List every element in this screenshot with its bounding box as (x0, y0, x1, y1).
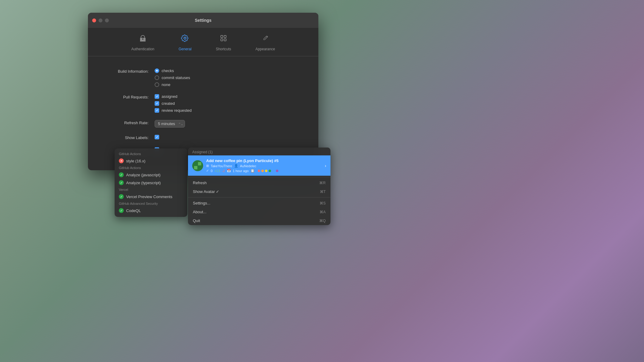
checkbox-review-requested-btn[interactable] (155, 108, 159, 113)
tab-general-label: General (179, 47, 192, 51)
radio-checks[interactable]: checks (155, 68, 190, 73)
pr-time: 1 hour ago (233, 169, 249, 173)
avatar-cell-2 (198, 162, 201, 165)
checkbox-created-btn[interactable] (155, 101, 159, 106)
pr-title: Add new coffee pin (Lyon Particule) #5 (206, 158, 322, 163)
pr-author-icon: 👤 (234, 164, 238, 168)
checkbox-created-label: created (162, 101, 175, 106)
tab-general[interactable]: General (166, 34, 204, 56)
pr-card[interactable]: Add new coffee pin (Lyon Particule) #5 ⊞… (188, 155, 330, 176)
menu-divider-1 (188, 177, 330, 177)
radio-commit-statuses[interactable]: commit statuses (155, 75, 190, 80)
show-labels-checkbox[interactable] (155, 135, 159, 139)
close-button[interactable] (92, 18, 96, 22)
pr-repo: TakeYouThere (211, 164, 232, 168)
pr-checks: 0 (211, 169, 213, 173)
menu-item-refresh-label: Refresh (193, 181, 207, 185)
tab-authentication[interactable]: Authentication (119, 34, 166, 56)
tab-shortcuts-label: Shortcuts (216, 47, 231, 51)
menu-item-quit-shortcut: ⌘Q (319, 219, 326, 223)
success-icon-3: ✓ (119, 194, 124, 199)
pr-meta: ⊞ TakeYouThere 👤 AuNedelec (206, 164, 322, 168)
menu-item-settings[interactable]: Settings... ⌘S (188, 199, 330, 208)
checkbox-created[interactable]: created (155, 101, 192, 106)
pull-requests-row: Pull Requests: assigned created review r… (106, 94, 300, 113)
menu-item-style[interactable]: ✕ style (16.x) (115, 157, 187, 165)
build-information-label: Build Information: (106, 68, 155, 74)
error-icon: ✕ (119, 158, 124, 163)
github-actions-menu: GitHub Actions ✕ style (16.x) GitHub Act… (115, 148, 187, 217)
refresh-rate-control: 1 minute 5 minutes 10 minutes 30 minutes (155, 120, 185, 128)
radio-none-btn[interactable] (155, 82, 159, 87)
pull-requests-label: Pull Requests: (106, 94, 155, 99)
menu-item-style-label: style (16.x) (126, 159, 146, 163)
checkbox-assigned-btn[interactable] (155, 94, 159, 99)
pr-author: AuNedelec (240, 164, 257, 168)
menu-item-about-label: About... (193, 210, 206, 214)
tab-shortcuts[interactable]: Shortcuts (204, 34, 243, 56)
menu-item-settings-label: Settings... (193, 201, 210, 205)
menu-item-show-avatar-shortcut: ⌘T (320, 190, 326, 194)
menu-item-analyze-ts[interactable]: ✓ Analyze (typescript) (115, 179, 187, 187)
radio-commit-statuses-label: commit statuses (162, 75, 190, 80)
pr-dot-3 (265, 170, 267, 172)
pr-dot-4 (269, 170, 271, 172)
menu-item-quit[interactable]: Quit ⌘Q (188, 216, 330, 225)
menu-item-vercel-label: Vercel Preview Comments (126, 194, 172, 199)
pr-repo-icon: ⊞ (206, 164, 209, 168)
appearance-icon (261, 34, 270, 45)
minimize-button[interactable] (99, 18, 102, 22)
menu-item-quit-label: Quit (193, 218, 200, 223)
pr-dot-2 (261, 170, 264, 172)
menu-item-refresh-shortcut: ⌘R (319, 181, 326, 185)
show-labels-control (155, 135, 159, 139)
radio-none[interactable]: none (155, 82, 190, 87)
radio-none-label: none (162, 82, 170, 87)
menu-item-analyze-js[interactable]: ✓ Analyze (javascript) (115, 171, 187, 179)
menu-item-codeql[interactable]: ✓ CodeQL (115, 207, 187, 214)
assigned-context-menu: Assigned (1) Add new coffee pin (Lyon Pa… (188, 148, 330, 225)
menu-item-show-avatar[interactable]: Show Avatar ✓ ⌘T (188, 187, 330, 196)
settings-window: Settings Authentication General (88, 13, 318, 170)
pr-info: Add new coffee pin (Lyon Particule) #5 ⊞… (206, 158, 322, 173)
section-header-2: GitHub Actions (115, 165, 187, 171)
section-header-1: GitHub Actions (115, 151, 187, 157)
pr-deletions: -2 (222, 169, 225, 173)
success-icon-4: ✓ (119, 208, 124, 213)
general-icon (181, 34, 189, 45)
avatar-cell-3 (194, 166, 197, 169)
pull-requests-controls: assigned created review requested (155, 94, 192, 113)
menu-item-about[interactable]: About... ⌘A (188, 208, 330, 216)
avatar-cell-1 (194, 162, 197, 165)
refresh-rate-select-wrapper: 1 minute 5 minutes 10 minutes 30 minutes (155, 120, 185, 128)
menu-item-codeql-label: CodeQL (126, 208, 141, 213)
tab-appearance[interactable]: Appearance (243, 34, 287, 56)
svg-rect-1 (224, 35, 226, 38)
pr-avatar (192, 160, 203, 171)
svg-rect-3 (224, 39, 226, 41)
menu-item-analyze-js-label: Analyze (javascript) (126, 173, 160, 177)
pr-stats: ✓ 0 +13 -2 📅 1 hour ago 📋 (206, 169, 322, 173)
maximize-button[interactable] (105, 18, 109, 22)
pr-avatar-grid (194, 162, 201, 169)
checkbox-assigned[interactable]: assigned (155, 94, 192, 99)
menu-item-show-avatar-label: Show Avatar ✓ (193, 189, 219, 194)
pr-chevron-icon: › (325, 163, 326, 168)
radio-checks-btn[interactable] (155, 68, 159, 73)
radio-commit-statuses-btn[interactable] (155, 75, 159, 80)
menu-divider-2 (188, 197, 330, 198)
title-bar: Settings (88, 13, 318, 28)
menu-item-refresh[interactable]: Refresh ⌘R (188, 178, 330, 187)
menu-item-vercel[interactable]: ✓ Vercel Preview Comments (115, 193, 187, 201)
build-information-row: Build Information: checks commit statuse… (106, 68, 300, 87)
checkbox-review-requested-label: review requested (162, 108, 192, 113)
menu-item-settings-shortcut: ⌘S (320, 201, 326, 205)
tab-appearance-label: Appearance (255, 47, 275, 51)
pr-check-icon: ✓ (206, 169, 209, 173)
radio-checks-label: checks (162, 68, 174, 73)
authentication-icon (139, 34, 147, 45)
show-labels-row: Show Labels: (106, 135, 300, 140)
checkbox-review-requested[interactable]: review requested (155, 108, 192, 113)
refresh-rate-select[interactable]: 1 minute 5 minutes 10 minutes 30 minutes (155, 120, 185, 128)
refresh-rate-row: Refresh Rate: 1 minute 5 minutes 10 minu… (106, 120, 300, 128)
